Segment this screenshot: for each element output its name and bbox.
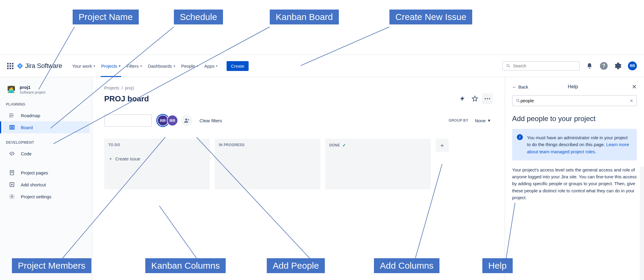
board-search[interactable]	[104, 114, 152, 127]
roadmap-icon	[8, 112, 15, 118]
board-title: PROJ board	[104, 94, 455, 103]
chevron-down-icon: ▾	[174, 64, 175, 68]
help-search[interactable]: ✕	[512, 95, 637, 106]
nav-people-label: People	[181, 64, 195, 69]
chevron-down-icon: ▾	[488, 118, 490, 123]
svg-point-9	[507, 64, 509, 67]
top-navigation: Jira Software Your work ▾ Projects ▾ Fil…	[0, 55, 644, 77]
callout-schedule: Schedule	[174, 10, 223, 24]
board-search-input[interactable]	[108, 118, 160, 123]
project-name: proj1	[20, 85, 46, 90]
groupby-select[interactable]: None ▾	[473, 116, 493, 125]
project-avatar-icon: 🧑‍💻	[6, 84, 16, 95]
kanban-column-in-progress: IN PROGRESS	[215, 139, 320, 189]
callout-add-people: Add People	[267, 258, 325, 273]
code-icon	[8, 151, 15, 157]
kanban-columns: TO DO ＋ Create issue IN PROGRESS DONE ✓ …	[104, 139, 493, 189]
column-title: DONE	[329, 143, 340, 147]
clear-icon[interactable]: ✕	[630, 98, 633, 103]
nav-apps[interactable]: Apps ▾	[201, 55, 221, 77]
help-panel: ← Back Help ✕ ✕ Add people to your proje…	[505, 77, 644, 280]
create-button[interactable]: Create	[227, 61, 248, 71]
groupby-value: None	[475, 118, 486, 123]
sidebar-item-label: Board	[21, 125, 33, 130]
star-icon[interactable]	[470, 93, 480, 104]
clear-filters-button[interactable]: Clear filters	[199, 118, 222, 123]
sidebar-item-project-pages[interactable]: Project pages	[2, 167, 90, 179]
app-switcher-icon[interactable]	[6, 62, 14, 70]
breadcrumb: Projects / proj1	[104, 86, 493, 90]
board-icon	[8, 124, 15, 130]
chevron-down-icon: ▾	[119, 64, 121, 68]
breadcrumb-project[interactable]: proj1	[125, 86, 134, 90]
nav-dashboards[interactable]: Dashboards ▾	[145, 55, 178, 77]
add-people-button[interactable]	[181, 115, 192, 126]
svg-point-13	[9, 117, 10, 117]
sidebar-item-label: Project settings	[21, 194, 52, 199]
svg-point-27	[185, 118, 187, 120]
svg-rect-14	[10, 125, 11, 129]
sidebar-item-project-settings[interactable]: Project settings	[2, 191, 90, 202]
svg-point-11	[9, 114, 10, 115]
global-search[interactable]	[502, 61, 580, 71]
sidebar-item-code[interactable]: Code	[2, 148, 90, 160]
svg-point-28	[517, 99, 519, 101]
help-article-body: Your project's access level sets the gen…	[512, 166, 637, 201]
svg-line-29	[519, 101, 520, 102]
nav-your-work[interactable]: Your work ▾	[69, 55, 98, 77]
plus-icon: ＋	[439, 141, 445, 149]
nav-filters[interactable]: Filters ▾	[124, 55, 145, 77]
help-search-input[interactable]	[520, 98, 630, 103]
scrollbar[interactable]	[640, 167, 644, 280]
global-search-input[interactable]	[513, 64, 576, 68]
kanban-column-done: DONE ✓	[325, 139, 431, 189]
callout-project-name: Project Name	[73, 10, 139, 24]
sidebar-item-board[interactable]: Board	[2, 121, 90, 133]
gear-icon	[8, 194, 15, 199]
create-issue-label: Create issue	[115, 156, 140, 161]
help-panel-title: Help	[514, 84, 632, 90]
automation-icon[interactable]	[457, 93, 468, 104]
callout-help: Help	[482, 258, 513, 273]
callout-add-columns: Add Columns	[374, 258, 439, 273]
svg-point-12	[9, 115, 10, 116]
add-column-button[interactable]: ＋	[436, 139, 449, 152]
notifications-icon[interactable]	[585, 61, 594, 70]
chevron-down-icon: ▾	[93, 64, 95, 68]
close-icon[interactable]: ✕	[632, 83, 637, 90]
breadcrumb-projects[interactable]: Projects	[104, 86, 119, 90]
help-info-box: i You must have an administrator role in…	[512, 129, 637, 160]
svg-rect-15	[11, 125, 13, 129]
member-avatar[interactable]: RR	[167, 115, 178, 126]
help-icon[interactable]: ?	[599, 61, 608, 70]
section-development: DEVELOPMENT	[0, 140, 92, 145]
jira-logo-text: Jira Software	[25, 62, 62, 70]
member-avatars: RR RR	[157, 115, 178, 126]
main-content: Projects / proj1 PROJ board RR RR Clear …	[92, 77, 505, 280]
jira-logo[interactable]: Jira Software	[17, 62, 62, 70]
svg-point-22	[485, 98, 486, 99]
svg-point-21	[11, 196, 13, 197]
svg-point-23	[487, 98, 488, 99]
nav-projects-label: Projects	[101, 64, 117, 69]
sidebar-item-label: Project pages	[21, 170, 48, 175]
sidebar-item-roadmap[interactable]: Roadmap	[2, 109, 90, 121]
check-icon: ✓	[342, 143, 346, 148]
settings-icon[interactable]	[614, 61, 623, 70]
nav-apps-label: Apps	[204, 64, 214, 69]
user-avatar[interactable]: RR	[628, 61, 637, 70]
callout-kanban-columns: Kanban Columns	[145, 258, 226, 273]
chevron-down-icon: ▾	[197, 64, 198, 68]
svg-rect-16	[13, 125, 14, 129]
nav-projects[interactable]: Projects ▾	[98, 55, 124, 77]
chevron-down-icon: ▾	[140, 64, 142, 68]
section-planning: PLANNING	[0, 102, 92, 106]
create-issue-button[interactable]: ＋ Create issue	[108, 156, 206, 162]
svg-line-10	[509, 66, 510, 67]
nav-people[interactable]: People ▾	[178, 55, 202, 77]
sidebar-item-add-shortcut[interactable]: Add shortcut	[2, 179, 90, 191]
more-menu-icon[interactable]	[482, 93, 493, 104]
sidebar-item-label: Roadmap	[21, 113, 40, 118]
groupby-label: GROUP BY	[449, 118, 468, 123]
chevron-down-icon: ▾	[216, 64, 218, 68]
